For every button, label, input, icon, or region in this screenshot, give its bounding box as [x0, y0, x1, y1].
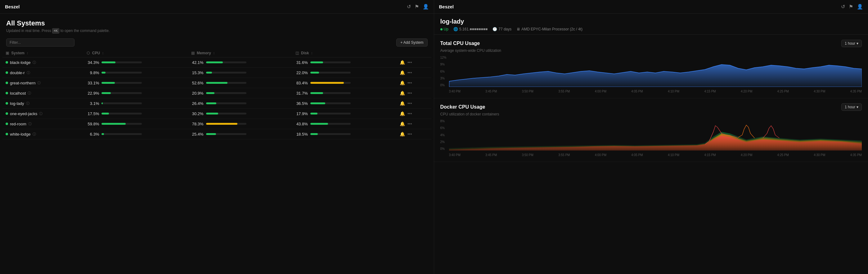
info-icon: ⓘ	[33, 60, 36, 65]
page-header: All Systems Updated in real time. Press …	[0, 14, 434, 36]
system-cell: red-room ⓘ	[2, 119, 84, 129]
left-logo: Beszel	[5, 4, 20, 9]
info-icon: ⓘ	[27, 70, 30, 75]
bell-icon[interactable]: 🔔	[400, 80, 405, 85]
memory-bar-container	[206, 61, 246, 63]
status-dot	[6, 112, 8, 115]
user-icon[interactable]: 👤	[423, 4, 429, 10]
cpu-info-item: 🖥 AMD EPYC-Milan Processor (2c / 4t)	[517, 27, 583, 31]
col-system[interactable]: ▣ System ↕	[2, 49, 84, 57]
info-icon: ⓘ	[33, 132, 36, 136]
more-icon[interactable]: •••	[407, 91, 412, 96]
system-cell: white-lodge ⓘ	[2, 129, 84, 139]
cpu-cell: 59.8%	[84, 119, 188, 129]
cpu-bar-container	[101, 82, 142, 84]
memory-cell: 78.3%	[188, 119, 292, 129]
monitor-icon: ▣	[6, 51, 9, 55]
more-icon[interactable]: •••	[407, 80, 412, 85]
docker-cpu-chart-area: 8% 6% 4% 2% 0%	[440, 119, 862, 157]
memory-value: 30.2%	[191, 112, 204, 116]
disk-cell: 31.7%	[292, 88, 397, 98]
left-header: Beszel ↺ ⚑ 👤	[0, 0, 434, 14]
table-row[interactable]: black-lodge ⓘ 34.3% 42.1%	[2, 57, 431, 68]
right-header: Beszel ↺ ⚑ 👤	[434, 0, 868, 14]
left-header-icons: ↺ ⚑ 👤	[407, 4, 429, 10]
disk-bar	[310, 92, 323, 94]
table-row[interactable]: log-lady ⓘ 3.1% 26.4%	[2, 98, 431, 109]
memory-value: 42.1%	[191, 60, 204, 65]
right-refresh-icon[interactable]: ↺	[841, 4, 845, 10]
cpu-value: 34.3%	[87, 60, 99, 65]
sort-icon-memory: ↕	[213, 51, 215, 55]
right-header-icons: ↺ ⚑ 👤	[841, 4, 863, 10]
memory-bar	[206, 102, 217, 104]
more-icon[interactable]: •••	[407, 101, 412, 106]
cpu-bar-container	[101, 133, 142, 135]
flag-icon[interactable]: ⚑	[414, 4, 419, 10]
more-icon[interactable]: •••	[407, 60, 412, 65]
cpu-cell: 3.1%	[84, 98, 188, 109]
table-row[interactable]: one-eyed-jacks ⓘ 17.5% 30.2%	[2, 109, 431, 119]
status-dot	[6, 102, 8, 104]
disk-cell: 31.6%	[292, 57, 397, 68]
right-user-icon[interactable]: 👤	[857, 4, 863, 10]
total-cpu-time-selector[interactable]: 1 hour ▾	[841, 40, 862, 47]
memory-bar-container	[206, 102, 246, 104]
status-dot	[6, 133, 8, 135]
bell-icon[interactable]: 🔔	[400, 121, 405, 126]
left-panel: Beszel ↺ ⚑ 👤 All Systems Updated in real…	[0, 0, 434, 274]
memory-bar	[206, 92, 214, 94]
bell-icon[interactable]: 🔔	[400, 131, 405, 136]
cpu-bar-container	[101, 123, 142, 125]
system-detail-name: log-lady	[440, 18, 862, 25]
col-disk[interactable]: ◫ Disk ↕	[292, 49, 397, 57]
table-row[interactable]: great-northern ⓘ 33.1% 52.6%	[2, 78, 431, 88]
total-cpu-chart-area: 12% 9% 6% 3% 0%	[440, 56, 862, 93]
bell-icon[interactable]: 🔔	[400, 60, 405, 65]
bell-icon[interactable]: 🔔	[400, 70, 405, 75]
memory-value: 20.9%	[191, 91, 204, 96]
total-cpu-subtitle: Average system-wide CPU utilization	[440, 49, 862, 53]
systems-table-container: ▣ System ↕ ⬡ CPU ↕ ▤ Memory ↕	[0, 49, 434, 274]
total-cpu-y-labels: 12% 9% 6% 3% 0%	[440, 56, 449, 87]
more-icon[interactable]: •••	[407, 70, 412, 75]
more-icon[interactable]: •••	[407, 121, 412, 126]
clock-icon: 🕐	[493, 27, 497, 31]
memory-cell: 25.4%	[188, 129, 292, 139]
system-name: one-eyed-jacks	[10, 112, 37, 116]
memory-bar-container	[206, 113, 246, 115]
actions-cell: 🔔 •••	[397, 119, 431, 129]
docker-cpu-chart-section: Docker CPU Usage 1 hour ▾ CPU utilizatio…	[434, 98, 868, 162]
disk-bar	[310, 82, 344, 84]
disk-cell: 17.9%	[292, 109, 397, 119]
filter-input[interactable]	[6, 38, 74, 47]
bell-icon[interactable]: 🔔	[400, 111, 405, 116]
info-icon: ⓘ	[26, 101, 29, 106]
docker-cpu-chart-header: Docker CPU Usage 1 hour ▾	[440, 103, 862, 111]
cpu-bar	[101, 123, 126, 125]
memory-bar	[206, 123, 238, 125]
total-cpu-svg	[449, 56, 862, 87]
col-cpu[interactable]: ⬡ CPU ↕	[84, 49, 188, 57]
cpu-cell: 9.8%	[84, 68, 188, 78]
uptime-value: 77 days	[498, 27, 512, 31]
col-memory[interactable]: ▤ Memory ↕	[188, 49, 292, 57]
add-system-button[interactable]: + Add System	[396, 38, 427, 47]
table-row[interactable]: localhost ⓘ 22.9% 20.9%	[2, 88, 431, 98]
memory-bar	[206, 82, 227, 84]
more-icon[interactable]: •••	[407, 131, 412, 136]
actions-cell: 🔔 •••	[397, 57, 431, 68]
docker-cpu-time-selector[interactable]: 1 hour ▾	[841, 103, 862, 111]
bell-icon[interactable]: 🔔	[400, 91, 405, 96]
disk-bar	[310, 113, 317, 115]
right-flag-icon[interactable]: ⚑	[849, 4, 853, 10]
sort-icon-cpu: ↕	[102, 51, 104, 55]
disk-value: 31.6%	[296, 60, 308, 65]
refresh-icon[interactable]: ↺	[407, 4, 411, 10]
bell-icon[interactable]: 🔔	[400, 101, 405, 106]
table-row[interactable]: white-lodge ⓘ 6.3% 25.4%	[2, 129, 431, 139]
more-icon[interactable]: •••	[407, 111, 412, 116]
systems-table: ▣ System ↕ ⬡ CPU ↕ ▤ Memory ↕	[2, 49, 431, 139]
table-row[interactable]: double-r ⓘ 9.8% 15.3%	[2, 68, 431, 78]
table-row[interactable]: red-room ⓘ 59.8% 78.3%	[2, 119, 431, 129]
